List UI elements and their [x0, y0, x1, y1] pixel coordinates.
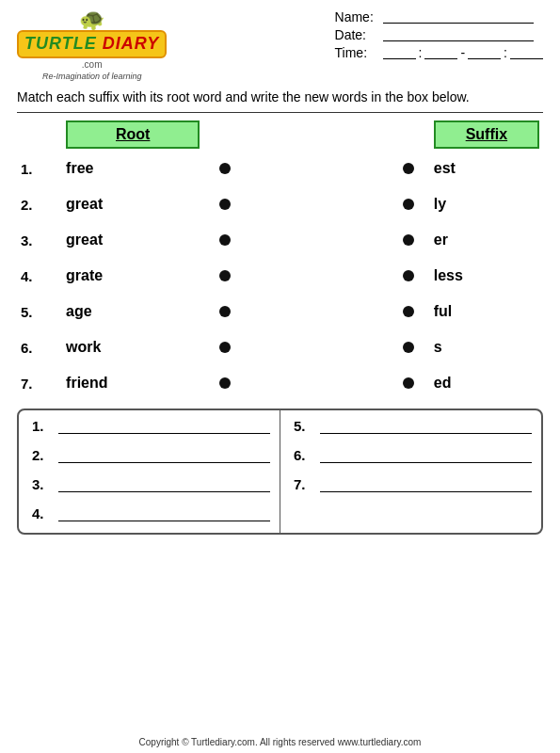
time-fields: : - : [383, 45, 543, 60]
dot-right [403, 270, 414, 281]
answer-col-left: 1.2.3.4. [19, 410, 280, 533]
suffix-word: ful [430, 294, 543, 329]
table-row: 7. friend ed [17, 365, 543, 401]
row-num: 1. [17, 151, 62, 186]
row-num: 3. [17, 222, 62, 258]
answer-box: 1.2.3.4. 5.6.7. [17, 409, 543, 535]
dot-left [219, 306, 231, 317]
name-row: Name: [335, 9, 543, 24]
root-word: age [62, 294, 203, 329]
suffix-word: less [430, 258, 543, 294]
time-m2 [510, 46, 543, 59]
logo-diary-text: DIARY [103, 34, 160, 53]
answer-line[interactable] [320, 477, 532, 492]
answer-num: 7. [294, 476, 314, 492]
footer: Copyright © Turtlediary.com. All rights … [0, 737, 560, 747]
logo-dotcom: .com [82, 59, 103, 70]
dot-right [403, 306, 414, 317]
dot-right [403, 377, 414, 389]
date-line [383, 28, 534, 41]
answer-row: 1. [32, 418, 270, 434]
dot-left [219, 342, 231, 353]
dot-left [219, 234, 231, 246]
name-line [383, 10, 534, 24]
suffix-header: Suffix [434, 120, 539, 149]
suffix-word: er [430, 222, 543, 258]
row-num: 4. [17, 258, 62, 294]
table-row: 4. grate less [17, 258, 543, 294]
dot-left [219, 270, 231, 281]
date-row: Date: [335, 27, 543, 42]
answer-row: 3. [32, 476, 270, 492]
logo-area: 🐢 TURTLE DIARY .com Re-Imagination of le… [17, 9, 167, 81]
answer-num: 5. [294, 418, 314, 434]
answer-row: 5. [294, 418, 532, 434]
answer-row: 7. [294, 476, 532, 492]
divider [17, 112, 543, 113]
suffix-word: ed [430, 365, 543, 401]
dot-right [403, 199, 414, 210]
time-label: Time: [335, 45, 377, 60]
suffix-word: ly [430, 186, 543, 222]
root-word: friend [62, 365, 203, 401]
time-h1 [383, 46, 416, 59]
dot-left [219, 199, 231, 210]
root-word: grate [62, 258, 203, 294]
logo-box: TURTLE DIARY [17, 30, 167, 58]
table-row: 5. age ful [17, 294, 543, 329]
root-header: Root [66, 120, 200, 149]
answer-num: 1. [32, 418, 53, 434]
row-num: 5. [17, 294, 62, 329]
dot-left [219, 163, 231, 174]
row-num: 2. [17, 186, 62, 222]
match-table: Root Suffix 1. free est 2. great [17, 119, 543, 401]
answer-num: 3. [32, 476, 53, 492]
dot-left [219, 377, 231, 389]
answer-line[interactable] [58, 448, 270, 463]
root-word: free [62, 151, 203, 186]
dot-right [403, 342, 414, 353]
table-header-row: Root Suffix [17, 119, 543, 151]
dot-right [403, 234, 414, 246]
logo-turtle-text: TURTLE [24, 34, 97, 53]
form-fields: Name: Date: Time: : - : [335, 9, 543, 60]
date-label: Date: [335, 27, 377, 42]
suffix-word: est [430, 151, 543, 186]
root-word: great [62, 186, 203, 222]
instructions: Match each suffix with its root word and… [17, 88, 543, 107]
answer-line[interactable] [320, 419, 532, 434]
time-h2 [468, 46, 501, 59]
answer-line[interactable] [58, 506, 270, 521]
name-label: Name: [335, 9, 377, 24]
suffix-word: s [430, 329, 543, 365]
answer-line[interactable] [58, 477, 270, 492]
row-num: 6. [17, 329, 62, 365]
table-row: 1. free est [17, 151, 543, 186]
dot-right [403, 163, 414, 174]
answer-row: 4. [32, 505, 270, 521]
row-num: 7. [17, 365, 62, 401]
turtle-icon: 🐢 [79, 9, 104, 30]
time-m1 [424, 46, 457, 59]
time-row: Time: : - : [335, 45, 543, 60]
answer-num: 6. [294, 447, 314, 463]
answer-row: 2. [32, 447, 270, 463]
table-row: 3. great er [17, 222, 543, 258]
table-row: 2. great ly [17, 186, 543, 222]
answer-num: 2. [32, 447, 53, 463]
answer-col-right: 5.6.7. [280, 410, 541, 533]
logo-tagline: Re-Imagination of learning [42, 72, 142, 81]
answer-line[interactable] [58, 419, 270, 434]
answer-row: 6. [294, 447, 532, 463]
answer-num: 4. [32, 505, 53, 521]
answer-line[interactable] [320, 448, 532, 463]
root-word: great [62, 222, 203, 258]
page-header: 🐢 TURTLE DIARY .com Re-Imagination of le… [17, 9, 543, 81]
table-row: 6. work s [17, 329, 543, 365]
root-word: work [62, 329, 203, 365]
